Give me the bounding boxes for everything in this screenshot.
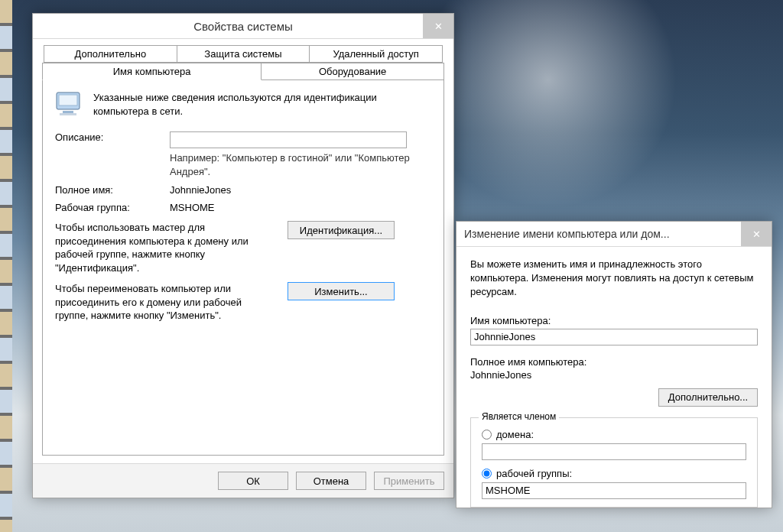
fullname-label: Полное имя: (55, 184, 170, 196)
workgroup-radio-input[interactable] (482, 469, 492, 478)
left-thumb-strip (0, 0, 12, 532)
dialog-title: Свойства системы (193, 20, 293, 33)
tab-row-lower: Имя компьютера Оборудование (42, 63, 444, 80)
tab-advanced[interactable]: Дополнительно (44, 45, 177, 63)
workgroup-radio[interactable]: рабочей группы: (482, 468, 746, 479)
svg-rect-3 (60, 113, 76, 115)
description-hint: Например: "Компьютер в гостиной" или "Ко… (170, 151, 431, 178)
more-button[interactable]: Дополнительно... (658, 388, 758, 407)
tab-hardware[interactable]: Оборудование (261, 63, 444, 80)
tab-remote[interactable]: Удаленный доступ (309, 45, 443, 63)
description-input[interactable] (170, 131, 407, 148)
intro-text: Указанные ниже сведения используются для… (93, 91, 431, 118)
tab-pane-computer-name: Указанные ниже сведения используются для… (42, 79, 444, 456)
titlebar[interactable]: Изменение имени компьютера или дом... ✕ (456, 222, 772, 247)
member-of-group: Является членом домена: рабочей группы: (470, 417, 758, 508)
svg-rect-1 (59, 95, 77, 105)
name-label: Имя компьютера: (470, 315, 758, 326)
close-icon[interactable]: ✕ (741, 222, 772, 246)
tab-computer-name[interactable]: Имя компьютера (42, 63, 262, 80)
tab-control: Дополнительно Защита системы Удаленный д… (42, 45, 444, 456)
member-of-legend: Является членом (479, 411, 559, 422)
dialog-title: Изменение имени компьютера или дом... (456, 228, 772, 240)
change-hint: Чтобы переименовать компьютер или присое… (55, 282, 277, 323)
tab-system-protection[interactable]: Защита системы (177, 45, 310, 63)
domain-input[interactable] (482, 443, 746, 460)
tab-row-upper: Дополнительно Защита системы Удаленный д… (44, 45, 443, 63)
workgroup-label: Рабочая группа: (55, 202, 170, 213)
wizard-hint: Чтобы использовать мастер для присоедине… (55, 221, 277, 274)
network-id-button[interactable]: Идентификация... (288, 221, 395, 239)
description-label: Описание: (55, 131, 170, 143)
intro-text: Вы можете изменить имя и принадлежность … (470, 258, 758, 300)
computer-name-input[interactable] (470, 329, 758, 345)
workgroup-value: MSHOME (170, 202, 431, 213)
fullname-label: Полное имя компьютера: (470, 356, 758, 368)
computer-name-change-dialog: Изменение имени компьютера или дом... ✕ … (456, 221, 772, 508)
system-properties-dialog: Свойства системы ✕ Дополнительно Защита … (32, 13, 454, 498)
cancel-button[interactable]: Отмена (296, 472, 366, 490)
svg-rect-2 (63, 111, 73, 113)
ok-button[interactable]: ОК (218, 472, 288, 490)
domain-radio[interactable]: домена: (482, 429, 746, 440)
change-button[interactable]: Изменить... (288, 282, 395, 300)
titlebar[interactable]: Свойства системы ✕ (33, 14, 453, 39)
dialog-button-bar: ОК Отмена Применить (33, 463, 453, 498)
close-icon[interactable]: ✕ (423, 14, 453, 38)
workgroup-input[interactable] (482, 482, 746, 499)
computer-icon (55, 91, 86, 121)
apply-button[interactable]: Применить (374, 472, 444, 490)
fullname-value: JohnnieJones (470, 369, 758, 381)
fullname-value: JohnnieJones (170, 184, 431, 196)
domain-radio-input[interactable] (482, 430, 492, 440)
